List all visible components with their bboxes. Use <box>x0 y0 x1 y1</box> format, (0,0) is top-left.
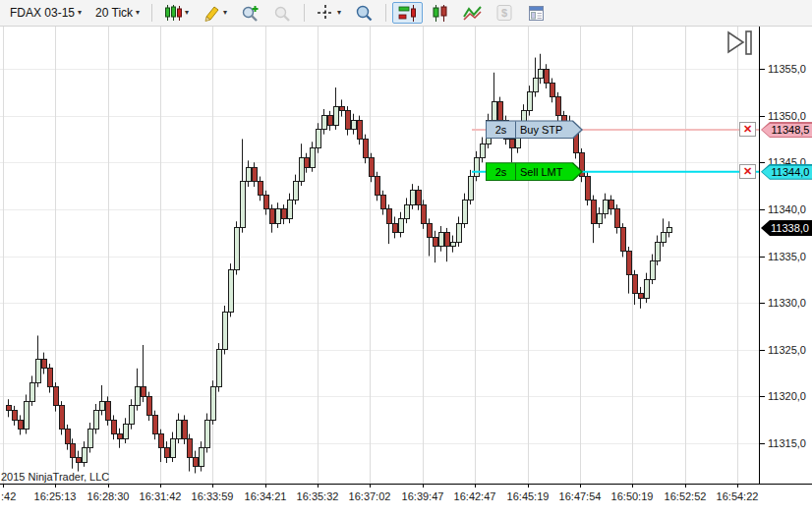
candle <box>474 151 479 181</box>
properties-button[interactable] <box>521 2 551 24</box>
x-axis-tick-label: 16:25:13 <box>34 490 77 502</box>
bars-panel-button[interactable] <box>425 2 455 24</box>
candle <box>12 406 17 426</box>
candle <box>410 184 415 209</box>
candle <box>538 54 543 84</box>
candle <box>550 79 554 103</box>
candle <box>404 198 409 223</box>
candle <box>544 64 549 88</box>
candle <box>661 218 666 247</box>
candle <box>141 345 145 402</box>
x-axis-tick-label: 16:47:54 <box>559 490 602 502</box>
candle <box>585 172 590 205</box>
x-axis-tick-label: :42 <box>1 490 16 502</box>
candle <box>246 160 251 187</box>
toolbar-separator <box>385 4 386 22</box>
y-axis-tick-label: 11330,0 <box>768 297 806 309</box>
sell-limit-order-label-body: 2sSell LMT <box>487 163 582 180</box>
candle <box>6 399 11 417</box>
y-axis-tick-label: 11350,0 <box>768 110 806 122</box>
properties-icon <box>527 4 546 23</box>
buy-stop-order-label[interactable]: 2sBuy STP <box>486 120 583 139</box>
data-box-icon <box>355 4 374 23</box>
toolbar-separator <box>151 4 152 22</box>
candle <box>252 162 257 187</box>
chart-trader-icon <box>398 4 417 23</box>
account-performance-button[interactable]: $ <box>490 2 519 24</box>
buy-stop-order-cancel-button[interactable]: ✕ <box>739 122 756 137</box>
candle <box>310 142 315 171</box>
candle <box>380 191 385 215</box>
candle <box>638 287 643 309</box>
y-axis-tick-label: 11320,0 <box>768 390 806 402</box>
drawing-tools-button[interactable]: ▾ <box>197 2 233 24</box>
x-axis-tick-label: 16:37:02 <box>349 490 391 502</box>
candle <box>199 441 203 471</box>
zoom-out-button[interactable] <box>267 2 298 24</box>
candle <box>41 353 46 374</box>
candle <box>591 196 596 244</box>
data-box-button[interactable] <box>349 2 379 24</box>
candle <box>35 335 40 386</box>
y-axis-tick-label: 11340,0 <box>768 203 806 215</box>
candle <box>438 226 443 252</box>
buy-stop-order-price-tag: 11348,5 <box>761 122 812 138</box>
candle <box>626 247 631 294</box>
chart-area[interactable]: 2015 NinjaTrader, LLC 11355,011350,01134… <box>0 27 812 517</box>
candle <box>644 273 649 303</box>
instrument-label: FDAX 03-15 <box>10 6 75 20</box>
candle <box>24 394 29 433</box>
x-axis-tick-label: 16:54:22 <box>717 490 759 502</box>
candle <box>416 186 421 210</box>
candle <box>492 73 496 125</box>
zoom-in-button[interactable] <box>235 2 265 24</box>
candle <box>47 364 52 393</box>
candle <box>82 441 87 467</box>
sell-limit-order-cancel-button[interactable]: ✕ <box>739 164 756 179</box>
candle <box>29 375 34 405</box>
svg-text:$: $ <box>501 7 507 19</box>
candle <box>65 425 70 450</box>
chart-trader-button[interactable] <box>392 2 423 24</box>
candle <box>123 418 128 443</box>
sell-limit-order-price-tag: 11344,0 <box>761 164 812 180</box>
candle <box>597 207 602 228</box>
candle <box>345 106 350 136</box>
y-axis-tick-label: 11335,0 <box>768 251 806 262</box>
zoom-in-icon <box>241 4 260 23</box>
candle <box>87 423 92 452</box>
candle <box>316 123 320 152</box>
price-tag-value: 11348,5 <box>762 123 812 137</box>
candle <box>293 175 298 204</box>
instrument-selector[interactable]: FDAX 03-15 ▾ <box>4 2 87 24</box>
candle <box>70 438 75 468</box>
y-axis-tick-label: 11315,0 <box>768 437 806 449</box>
last-price-tag: 11338,0 <box>761 220 812 236</box>
x-axis-tick-label: 16:31:42 <box>140 490 182 502</box>
indicators-button[interactable] <box>457 2 488 24</box>
candle <box>76 451 81 472</box>
interval-selector[interactable]: 20 Tick ▾ <box>89 2 145 24</box>
candlestick-style-icon <box>164 4 182 22</box>
candle <box>327 111 332 131</box>
candle <box>93 404 98 433</box>
scroll-to-end-icon[interactable] <box>726 30 754 60</box>
candle <box>222 306 227 355</box>
x-axis-tick-label: 16:34:21 <box>245 490 287 502</box>
crosshair-button[interactable]: ▾ <box>311 2 347 24</box>
candle <box>129 399 134 429</box>
candle <box>614 204 619 234</box>
copyright-text: 2015 NinjaTrader, LLC <box>1 471 109 483</box>
candle <box>275 202 280 228</box>
candle <box>53 382 58 412</box>
chart-style-button[interactable]: ▾ <box>158 2 195 24</box>
interval-label: 20 Tick <box>95 6 133 20</box>
candle <box>99 385 104 415</box>
candle <box>234 221 239 274</box>
chevron-down-icon: ▾ <box>337 9 341 17</box>
candle <box>667 221 671 237</box>
sell-limit-order-label[interactable]: 2sSell LMT <box>486 162 583 181</box>
candle <box>579 148 584 182</box>
candle <box>321 109 326 135</box>
price-tag-value: 11344,0 <box>762 165 812 179</box>
